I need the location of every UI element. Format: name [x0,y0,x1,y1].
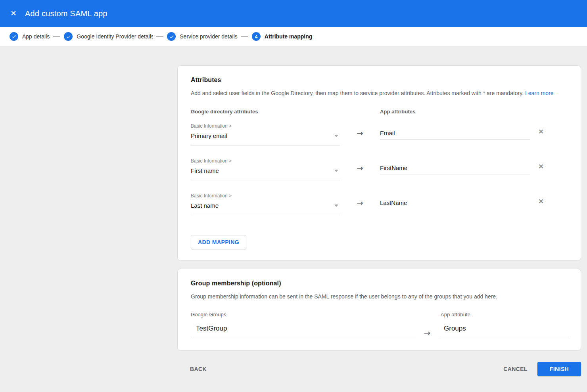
directory-attribute-select[interactable]: Basic Information > Primary email [191,123,340,145]
directory-attributes-column-header: Google directory attributes [191,109,340,115]
step-connector [241,36,248,37]
attribute-select-value: Primary email [191,132,227,140]
dropdown-arrow-icon [334,170,338,172]
attributes-card-description: Add and select user fields in the Google… [191,89,568,97]
google-groups-label: Google Groups [191,312,416,317]
step-google-idp-details[interactable]: Google Identity Provider details [64,32,153,41]
mapping-row: Basic Information > Primary email → ✕ [191,123,568,145]
remove-mapping-icon[interactable]: ✕ [537,197,545,207]
stepper: App details Google Identity Provider det… [0,27,587,46]
footer-actions: BACK CANCEL FINISH [177,362,581,376]
check-icon [64,32,73,41]
directory-attribute-select[interactable]: Basic Information > Last name [191,193,340,215]
arrow-right-icon: → [357,129,363,137]
attributes-card: Attributes Add and select user fields in… [177,65,581,261]
step-connector [156,36,163,37]
group-app-attribute-input[interactable] [439,325,568,337]
group-app-attribute-field: App attribute [439,312,568,337]
check-icon [10,32,18,41]
step-label: App details [22,33,50,40]
remove-mapping-icon[interactable]: ✕ [537,127,545,137]
group-mapping-row: Google Groups → App attribute [191,312,568,337]
app-attribute-label: App attribute [441,312,568,317]
app-attribute-input[interactable] [380,164,530,174]
app-attribute-input[interactable] [380,199,530,209]
add-mapping-button[interactable]: ADD MAPPING [191,235,246,249]
step-service-provider-details[interactable]: Service provider details [167,32,238,41]
description-text: Add and select user fields in the Google… [191,90,524,96]
attributes-card-title: Attributes [191,76,568,84]
learn-more-link[interactable]: Learn more [525,90,554,96]
attribute-category-label: Basic Information > [191,193,340,199]
attribute-select-value: First name [191,167,219,175]
group-card-description: Group membership information can be sent… [191,293,568,300]
group-membership-card: Group membership (optional) Group member… [177,269,581,351]
cancel-button[interactable]: CANCEL [500,363,531,375]
directory-attribute-select[interactable]: Basic Information > First name [191,158,340,180]
attribute-category-label: Basic Information > [191,158,340,164]
dropdown-arrow-icon [334,205,338,207]
google-groups-input[interactable] [191,325,416,337]
step-label: Attribute mapping [265,33,313,40]
step-label: Google Identity Provider details [77,33,153,40]
step-connector [53,36,60,37]
app-attributes-column-header: App attributes [380,109,530,115]
attribute-select-value: Last name [191,202,219,210]
arrow-right-icon: → [357,164,363,172]
step-label: Service provider details [180,33,238,40]
close-icon[interactable]: ✕ [6,6,21,21]
attribute-category-label: Basic Information > [191,123,340,129]
group-card-title: Group membership (optional) [191,279,568,287]
step-app-details[interactable]: App details [10,32,50,41]
mapping-row: Basic Information > Last name → ✕ [191,193,568,215]
column-headers: Google directory attributes App attribut… [191,109,568,115]
dialog-title: Add custom SAML app [25,9,107,18]
dropdown-arrow-icon [334,135,338,137]
dialog-header: ✕ Add custom SAML app [0,0,587,27]
main-content: Attributes Add and select user fields in… [177,65,581,376]
remove-mapping-icon[interactable]: ✕ [537,162,545,172]
step-number-badge: 4 [252,32,261,41]
mapping-row: Basic Information > First name → ✕ [191,158,568,180]
back-button[interactable]: BACK [187,363,210,375]
finish-button[interactable]: FINISH [537,362,581,376]
arrow-right-icon: → [357,199,363,207]
step-attribute-mapping[interactable]: 4 Attribute mapping [252,32,313,41]
app-attribute-input[interactable] [380,130,530,140]
google-groups-field: Google Groups [191,312,416,337]
check-icon [167,32,176,41]
arrow-right-icon: → [424,329,431,337]
